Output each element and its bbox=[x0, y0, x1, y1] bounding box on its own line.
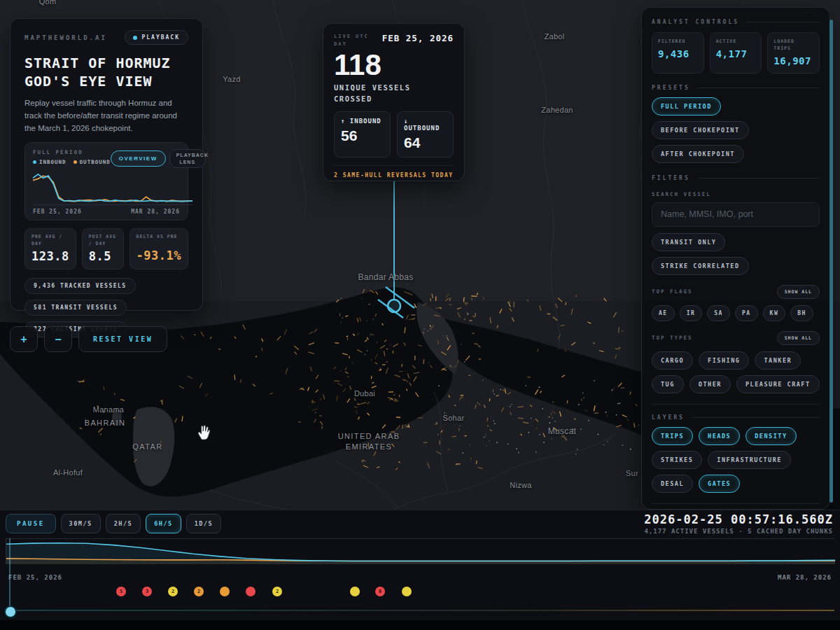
scrub-track[interactable] bbox=[6, 610, 834, 611]
stat-label: POST AVG / DAY bbox=[89, 234, 117, 248]
arrow-up-icon: ↑ bbox=[341, 118, 345, 125]
scrub-handle[interactable] bbox=[4, 606, 17, 618]
reset-view-button[interactable]: RESET VIEW bbox=[78, 326, 167, 352]
flag-bh[interactable]: BH bbox=[790, 305, 813, 321]
presets-title: PRESETS bbox=[652, 85, 820, 91]
analyst-stat-filtered: FILTERED 9,436 bbox=[652, 32, 704, 74]
preset-buttons: FULL PERIODBEFORE CHOKEPOINTAFTER CHOKEP… bbox=[652, 97, 820, 163]
chart-x-end: MAR 28, 2026 bbox=[131, 209, 180, 215]
playback-controls: PAUSE 30M/S2H/S6H/S1D/S bbox=[6, 514, 221, 533]
flag-ae[interactable]: AE bbox=[652, 305, 675, 321]
flag-ir[interactable]: IR bbox=[680, 305, 703, 321]
filter-strike-correlated[interactable]: STRIKE CORRELATED bbox=[652, 257, 749, 275]
timeline-event-marker[interactable]: 3 bbox=[142, 587, 152, 596]
type-tug[interactable]: TUG bbox=[652, 375, 684, 393]
type-fishing[interactable]: FISHING bbox=[699, 351, 749, 370]
pause-button[interactable]: PAUSE bbox=[6, 514, 56, 533]
outbound-dot-icon bbox=[74, 160, 77, 164]
page-title: STRAIT OF HORMUZ GOD'S EYE VIEW bbox=[24, 54, 188, 90]
layer-density[interactable]: DENSITY bbox=[746, 427, 796, 445]
flag-sa[interactable]: SA bbox=[707, 305, 730, 321]
live-date: FEB 25, 2026 bbox=[382, 33, 454, 48]
preset-full-period[interactable]: FULL PERIOD bbox=[652, 97, 721, 115]
zoom-out-button[interactable]: − bbox=[44, 326, 72, 352]
stat-value: -93.1% bbox=[136, 248, 181, 262]
stat-card-pre-avg-day: PRE AVG / DAY 123.8 bbox=[24, 228, 76, 270]
unique-vessels-count: 118 bbox=[334, 50, 454, 80]
inbound-dot-icon bbox=[33, 160, 36, 164]
speed-1d-s[interactable]: 1D/S bbox=[186, 514, 221, 533]
timeline-event-marker[interactable]: 2 bbox=[168, 587, 178, 596]
layer-chips: TRIPSHEADSDENSITYSTRIKESINFRASTRUCTUREDE… bbox=[652, 427, 820, 493]
panel-scrollbar[interactable] bbox=[830, 20, 833, 503]
live-utc-label: LIVE UTC DAY bbox=[334, 33, 369, 48]
filter-transit-only[interactable]: TRANSIT ONLY bbox=[652, 233, 725, 251]
speed-6h-s[interactable]: 6H/S bbox=[146, 514, 181, 533]
flag-pa[interactable]: PA bbox=[735, 305, 758, 321]
timeline-chart[interactable] bbox=[6, 538, 835, 564]
preset-after-chokepoint[interactable]: AFTER CHOKEPOINT bbox=[652, 145, 744, 163]
playback-lens-tab-button[interactable]: PLAYBACK LENS bbox=[169, 149, 206, 168]
layer-heads[interactable]: HEADS bbox=[699, 427, 740, 445]
chart-period-label: FULL PERIOD bbox=[33, 149, 111, 155]
layer-gates[interactable]: GATES bbox=[699, 475, 740, 493]
analyst-stat-active: ACTIVE 4,177 bbox=[710, 32, 762, 74]
type-pleasure-craft[interactable]: PLEASURE CRAFT bbox=[736, 375, 820, 393]
screen-edge bbox=[0, 620, 840, 630]
description: Replay vessel traffic through Hormuz and… bbox=[24, 97, 190, 134]
preset-before-chokepoint[interactable]: BEFORE CHOKEPOINT bbox=[652, 121, 749, 139]
timeline-playhead bbox=[9, 538, 10, 611]
timeline-start-label: FEB 25, 2026 bbox=[8, 574, 62, 581]
stat-card-delta-vs-pre: DELTA VS PRE -93.1% bbox=[130, 228, 188, 270]
live-utc-panel: LIVE UTC DAY FEB 25, 2026 118 UNIQUE VES… bbox=[323, 23, 465, 181]
timeline-event-marker[interactable] bbox=[402, 587, 412, 596]
search-input[interactable] bbox=[652, 202, 820, 227]
stat-value: 123.8 bbox=[31, 249, 69, 263]
timeline-events: 532226 bbox=[6, 587, 834, 597]
speed-2h-s[interactable]: 2H/S bbox=[106, 514, 141, 533]
overview-chart-card: FULL PERIOD INBOUND OUTBOUND OVERVIEW PL… bbox=[24, 142, 188, 220]
minus-icon: − bbox=[55, 333, 61, 346]
timeline-event-marker[interactable]: 6 bbox=[375, 587, 385, 596]
show-all-flags-button[interactable]: SHOW ALL bbox=[777, 285, 820, 299]
playback-timestamp: 2026-02-25 00:57:16.560Z bbox=[644, 512, 833, 526]
timeline-event-marker[interactable]: 5 bbox=[116, 587, 126, 596]
timeline-event-marker[interactable] bbox=[246, 587, 255, 596]
top-types-label: TOP TYPES bbox=[652, 335, 693, 341]
layer-infrastructure[interactable]: INFRASTRUCTURE bbox=[708, 451, 791, 469]
timeline-event-marker[interactable]: 2 bbox=[194, 587, 204, 596]
type-other[interactable]: OTHER bbox=[690, 375, 731, 393]
divider bbox=[652, 503, 820, 504]
playback-mode-badge[interactable]: PLAYBACK bbox=[125, 30, 188, 45]
timeline-event-marker[interactable] bbox=[220, 587, 230, 596]
type-tanker[interactable]: TANKER bbox=[755, 351, 801, 370]
playback-status: 4,177 ACTIVE VESSELS · 5 CACHED DAY CHUN… bbox=[644, 528, 833, 535]
unique-vessels-caption: UNIQUE VESSELS CROSSED bbox=[334, 83, 439, 105]
stat-value: 16,907 bbox=[774, 55, 813, 66]
dataset-badge: 9,436 TRACKED VESSELS bbox=[24, 278, 136, 294]
stat-value: 4,177 bbox=[716, 48, 756, 59]
stat-value: 8.5 bbox=[89, 249, 117, 263]
type-cargo[interactable]: CARGO bbox=[652, 351, 693, 370]
layer-trips[interactable]: TRIPS bbox=[652, 427, 693, 445]
zoom-in-button[interactable]: + bbox=[10, 326, 38, 352]
timeline-event-marker[interactable]: 2 bbox=[272, 587, 282, 596]
flag-chips: AEIRSAPAKWBH bbox=[652, 305, 820, 321]
filter-toggle-buttons: TRANSIT ONLYSTRIKE CORRELATED bbox=[652, 233, 820, 275]
speed-30m-s[interactable]: 30M/S bbox=[61, 514, 101, 533]
timeline-end-label: MAR 28, 2026 bbox=[778, 574, 832, 581]
overview-tab-button[interactable]: OVERVIEW bbox=[111, 150, 166, 167]
top-flags-label: TOP FLAGS bbox=[652, 288, 693, 295]
layer-desal[interactable]: DESAL bbox=[652, 475, 693, 493]
show-all-types-button[interactable]: SHOW ALL bbox=[777, 331, 820, 345]
stat-label: ACTIVE bbox=[716, 38, 756, 46]
layer-strikes[interactable]: STRIKES bbox=[652, 451, 702, 469]
layers-title: LAYERS bbox=[652, 414, 820, 421]
reversals-footnote: 2 SAME-HULL REVERSALS TODAY bbox=[334, 172, 454, 178]
map-controls: + − RESET VIEW bbox=[10, 326, 167, 352]
search-vessel-label: SEARCH VESSEL bbox=[652, 191, 820, 197]
analyst-stats-row: FILTERED 9,436ACTIVE 4,177LOADED TRIPS 1… bbox=[652, 32, 820, 74]
flag-kw[interactable]: KW bbox=[763, 305, 786, 321]
divider bbox=[652, 404, 820, 405]
timeline-event-marker[interactable] bbox=[350, 587, 360, 596]
